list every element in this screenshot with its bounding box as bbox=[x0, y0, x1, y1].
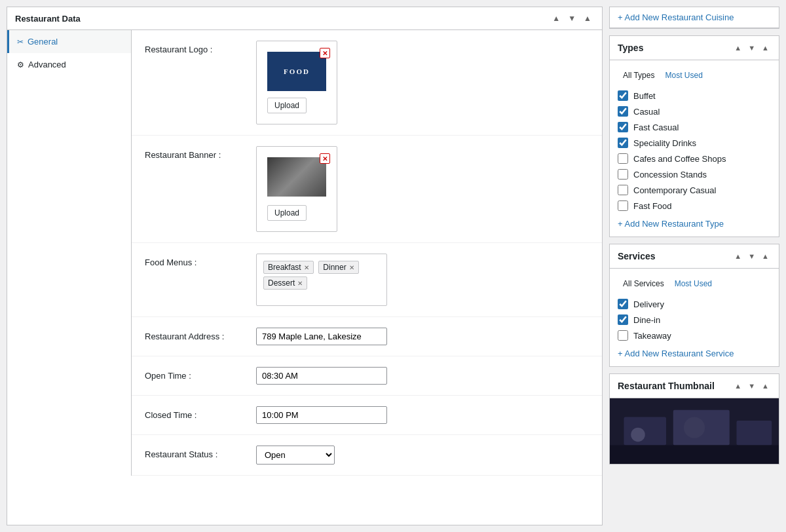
nav-label-advanced: Advanced bbox=[28, 60, 66, 69]
banner-upload-btn[interactable]: Upload bbox=[267, 205, 307, 221]
add-type-link[interactable]: + Add New Restaurant Type bbox=[618, 219, 771, 229]
service-takeaway[interactable]: Takeaway bbox=[618, 329, 771, 342]
address-input[interactable] bbox=[256, 328, 387, 345]
address-row: Restaurant Address : bbox=[132, 317, 602, 356]
type-fast-casual[interactable]: Fast Casual bbox=[618, 121, 771, 134]
nav-item-general[interactable]: ✂ General bbox=[7, 30, 131, 53]
services-down-btn[interactable]: ▼ bbox=[746, 252, 757, 261]
service-takeaway-checkbox[interactable] bbox=[618, 330, 628, 341]
gear-icon: ⚙ bbox=[17, 60, 24, 69]
header-controls: ▲ ▼ ▲ bbox=[550, 12, 594, 24]
logo-upload-btn[interactable]: Upload bbox=[267, 98, 307, 113]
type-concession-checkbox[interactable] bbox=[618, 169, 628, 180]
status-select[interactable]: Open Closed Temporarily Closed bbox=[256, 446, 335, 465]
services-widget-controls: ▲ ▼ ▲ bbox=[732, 252, 771, 261]
svg-rect-4 bbox=[610, 446, 779, 465]
form-area: Restaurant Logo : FOOD ✕ Upload bbox=[132, 30, 602, 476]
wrench-icon: ✂ bbox=[17, 37, 24, 47]
main-content: ✂ General ⚙ Advanced Restaurant Logo : bbox=[7, 30, 602, 476]
collapse-down-btn[interactable]: ▼ bbox=[565, 12, 578, 24]
type-buffet[interactable]: Buffet bbox=[618, 89, 771, 102]
add-cuisine-link[interactable]: + Add New Restaurant Cuisine bbox=[610, 7, 779, 28]
svg-point-6 bbox=[684, 417, 705, 438]
banner-row: Restaurant Banner : ✕ Upload bbox=[132, 136, 602, 243]
type-fast-casual-checkbox[interactable] bbox=[618, 122, 628, 132]
services-checkbox-list: Delivery Dine-in Takeaway bbox=[618, 297, 771, 342]
closed-time-input[interactable] bbox=[256, 406, 387, 424]
service-dine-in-label: Dine-in bbox=[633, 315, 660, 325]
type-casual[interactable]: Casual bbox=[618, 105, 771, 118]
banner-remove-btn[interactable]: ✕ bbox=[320, 153, 330, 164]
types-widget-controls: ▲ ▼ ▲ bbox=[732, 43, 771, 52]
closed-time-field bbox=[256, 406, 589, 424]
services-toggle-btn[interactable]: ▲ bbox=[760, 252, 771, 261]
thumbnail-widget-controls: ▲ ▼ ▲ bbox=[732, 381, 771, 390]
status-row: Restaurant Status : Open Closed Temporar… bbox=[132, 435, 602, 476]
toggle-btn[interactable]: ▲ bbox=[581, 12, 594, 24]
thumbnail-toggle-btn[interactable]: ▲ bbox=[760, 381, 771, 390]
sidebar-nav: ✂ General ⚙ Advanced bbox=[7, 30, 132, 476]
tag-dinner-remove[interactable]: ✕ bbox=[349, 264, 354, 271]
type-contemporary[interactable]: Contemporary Casual bbox=[618, 183, 771, 197]
collapse-up-btn[interactable]: ▲ bbox=[550, 12, 563, 24]
cuisine-widget: + Add New Restaurant Cuisine bbox=[609, 7, 779, 29]
tag-dessert: Dessert ✕ bbox=[263, 276, 307, 290]
service-delivery-checkbox[interactable] bbox=[618, 299, 628, 309]
thumbnail-image bbox=[610, 398, 779, 464]
banner-img-inner bbox=[267, 157, 326, 197]
right-sidebar: + Add New Restaurant Cuisine Types ▲ ▼ ▲… bbox=[609, 7, 779, 525]
logo-label: Restaurant Logo : bbox=[145, 41, 256, 54]
closed-time-label: Closed Time : bbox=[145, 406, 256, 420]
thumbnail-up-btn[interactable]: ▲ bbox=[732, 381, 743, 390]
type-fast-food-checkbox[interactable] bbox=[618, 200, 628, 211]
types-tab-all[interactable]: All Types bbox=[618, 68, 660, 83]
tags-box[interactable]: Breakfast ✕ Dinner ✕ Dessert ✕ bbox=[256, 254, 387, 306]
status-label: Restaurant Status : bbox=[145, 446, 256, 459]
types-up-btn[interactable]: ▲ bbox=[732, 43, 743, 52]
types-widget-header: Types ▲ ▼ ▲ bbox=[610, 36, 779, 60]
type-cafes-checkbox[interactable] bbox=[618, 153, 628, 164]
type-fast-casual-label: Fast Casual bbox=[633, 123, 679, 132]
add-service-link[interactable]: + Add New Restaurant Service bbox=[618, 349, 771, 358]
thumbnail-widget-title: Restaurant Thumbnail bbox=[618, 381, 715, 391]
types-toggle-btn[interactable]: ▲ bbox=[760, 43, 771, 52]
type-cafes[interactable]: Cafes and Coffee Shops bbox=[618, 152, 771, 165]
service-delivery[interactable]: Delivery bbox=[618, 297, 771, 311]
type-fast-food[interactable]: Fast Food bbox=[618, 199, 771, 212]
logo-field: FOOD ✕ Upload bbox=[256, 41, 589, 124]
nav-item-advanced[interactable]: ⚙ Advanced bbox=[7, 53, 131, 76]
status-field: Open Closed Temporarily Closed bbox=[256, 446, 589, 465]
type-contemporary-checkbox[interactable] bbox=[618, 185, 628, 195]
tag-dessert-remove[interactable]: ✕ bbox=[297, 280, 303, 287]
types-tabs: All Types Most Used bbox=[618, 68, 771, 83]
thumbnail-svg bbox=[610, 398, 779, 464]
tag-dinner-label: Dinner bbox=[323, 263, 346, 272]
types-widget: Types ▲ ▼ ▲ All Types Most Used Buffet bbox=[609, 35, 779, 237]
food-menus-row: Food Menus : Breakfast ✕ Dinner ✕ bbox=[132, 243, 602, 317]
types-tab-most-used[interactable]: Most Used bbox=[660, 68, 707, 83]
type-buffet-checkbox[interactable] bbox=[618, 90, 628, 101]
tag-dinner: Dinner ✕ bbox=[318, 261, 358, 274]
service-takeaway-label: Takeaway bbox=[633, 331, 671, 341]
service-dine-in-checkbox[interactable] bbox=[618, 314, 628, 325]
types-down-btn[interactable]: ▼ bbox=[746, 43, 757, 52]
type-speciality-drinks-checkbox[interactable] bbox=[618, 138, 628, 148]
open-time-input[interactable] bbox=[256, 367, 387, 385]
logo-remove-btn[interactable]: ✕ bbox=[320, 48, 330, 58]
type-buffet-label: Buffet bbox=[633, 91, 656, 101]
services-tab-all[interactable]: All Services bbox=[618, 276, 669, 291]
tag-dessert-label: Dessert bbox=[268, 278, 295, 288]
services-up-btn[interactable]: ▲ bbox=[732, 252, 743, 261]
type-speciality-drinks[interactable]: Speciality Drinks bbox=[618, 136, 771, 149]
services-widget-body: All Services Most Used Delivery Dine-in … bbox=[610, 269, 779, 366]
types-widget-title: Types bbox=[618, 43, 643, 53]
logo-image-box: FOOD ✕ Upload bbox=[256, 41, 337, 124]
service-dine-in[interactable]: Dine-in bbox=[618, 313, 771, 326]
type-contemporary-label: Contemporary Casual bbox=[633, 185, 716, 195]
open-time-field bbox=[256, 367, 589, 385]
tag-breakfast-remove[interactable]: ✕ bbox=[304, 264, 309, 271]
type-concession[interactable]: Concession Stands bbox=[618, 168, 771, 181]
thumbnail-down-btn[interactable]: ▼ bbox=[746, 381, 757, 390]
type-casual-checkbox[interactable] bbox=[618, 106, 628, 117]
services-tab-most-used[interactable]: Most Used bbox=[669, 276, 717, 291]
